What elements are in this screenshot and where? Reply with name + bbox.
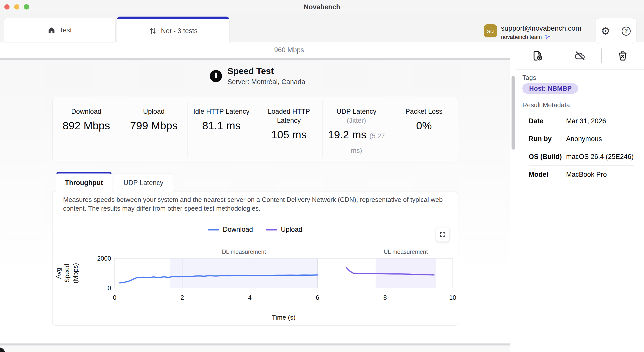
legend-upload[interactable]: Upload <box>266 226 302 233</box>
stat-loaded-http-latency: Loaded HTTP Latency 105 ms <box>255 97 323 162</box>
previous-result-value: 960 Mbps <box>274 46 304 54</box>
stat-packet-loss: Packet Loss 0% <box>390 97 458 162</box>
tab-test-label: Test <box>59 26 72 34</box>
metadata-row-model: Model MacBook Pro <box>529 166 634 184</box>
header-button-group: ⚙ ? <box>595 18 636 44</box>
account-email: support@novabench.com <box>501 24 581 32</box>
chart-legend: Download Upload <box>53 226 458 233</box>
stat-download: Download 892 Mbps <box>53 97 120 162</box>
tab-net-label: Net - 3 tests <box>161 27 198 35</box>
speedometer-icon <box>210 70 222 82</box>
tab-test[interactable]: Test <box>4 18 116 42</box>
sidebar-actions <box>516 42 644 70</box>
titlebar: Novabench <box>0 0 644 14</box>
stat-idle-http-latency: Idle HTTP Latency 81.1 ms <box>188 97 255 162</box>
previous-result-peek[interactable]: 960 Mbps <box>0 42 510 58</box>
region-label: UL measurement <box>384 249 428 255</box>
team-network-icon <box>544 34 550 40</box>
upload-line-swatch <box>266 229 277 230</box>
novabench-window: Novabench Test Net - 3 tests su support@… <box>0 0 644 352</box>
account-menu[interactable]: su support@novabench.com novabench team <box>484 24 581 40</box>
download-line-swatch <box>208 229 219 230</box>
tags-heading: Tags <box>522 74 536 82</box>
window-title: Novabench <box>0 0 644 14</box>
x-axis-label: Time (s) <box>272 314 295 321</box>
x-tick: 10 <box>449 294 456 301</box>
tab-throughput[interactable]: Throughput <box>56 172 112 192</box>
stats-summary-card: Download 892 Mbps Upload 799 Mbps Idle H… <box>52 97 458 162</box>
trash-x-icon <box>617 50 628 62</box>
metadata-row-run-by: Run by Anonymous <box>529 130 634 148</box>
arrows-up-down-icon <box>149 27 157 35</box>
account-team-label: novabench team <box>501 34 542 40</box>
svg-text:(Mbps): (Mbps) <box>72 263 79 283</box>
file-plus-icon <box>532 50 543 62</box>
svg-text:Speed: Speed <box>63 264 71 282</box>
expand-icon <box>439 231 446 238</box>
x-tick: 6 <box>316 294 319 301</box>
settings-button[interactable]: ⚙ <box>595 18 616 44</box>
y-tick: 0 <box>108 284 111 291</box>
scrollbar-thumb[interactable] <box>512 76 515 150</box>
svg-text:Avg: Avg <box>55 268 62 279</box>
tab-net-3-tests[interactable]: Net - 3 tests <box>117 17 229 43</box>
metadata-row-os-build: OS (Build) macOS 26.4 (25E246) <box>529 148 634 166</box>
throughput-chart[interactable]: DL measurementUL measurement020000246810… <box>53 243 458 326</box>
stat-udp-latency: UDP Latency (Jitter) 19.2 ms (5.27 ms) <box>323 97 390 162</box>
result-header: Speed Test Server: Montréal, Canada <box>210 66 305 86</box>
result-sidebar: Tags Host: NBMBP Result Metadata Date Ma… <box>516 42 644 352</box>
x-tick: 0 <box>113 294 116 301</box>
tag-host-badge[interactable]: Host: NBMBP <box>522 83 578 94</box>
region-label: DL measurement <box>222 249 266 255</box>
home-icon <box>48 27 55 34</box>
legend-download[interactable]: Download <box>208 226 253 233</box>
cloud-off-icon <box>574 50 586 62</box>
header: Test Net - 3 tests su support@novabench.… <box>0 14 644 42</box>
throughput-panel: Measures speeds between your system and … <box>52 192 458 326</box>
result-server: Server: Montréal, Canada <box>227 78 305 86</box>
next-result-peek <box>0 345 510 352</box>
y-tick: 2000 <box>97 255 111 262</box>
delete-result-button[interactable] <box>601 42 644 69</box>
card-divider <box>0 343 510 345</box>
x-tick: 8 <box>383 294 387 301</box>
metadata-table: Date Mar 31, 2026 Run by Anonymous OS (B… <box>529 112 634 184</box>
help-button[interactable]: ? <box>616 18 636 44</box>
card-divider <box>0 58 510 60</box>
metadata-row-date: Date Mar 31, 2026 <box>529 112 634 130</box>
throughput-description: Measures speeds between your system and … <box>63 195 448 213</box>
tab-udp-latency[interactable]: UDP Latency <box>114 173 173 192</box>
help-icon: ? <box>622 27 631 36</box>
measurement-region <box>376 258 436 288</box>
result-title: Speed Test <box>227 66 305 76</box>
x-tick: 2 <box>180 294 184 301</box>
results-scroll-area: 960 Mbps Speed Test Server: Montréal, Ca… <box>0 42 510 352</box>
stat-upload: Upload 799 Mbps <box>120 97 188 162</box>
export-result-button[interactable] <box>516 42 559 69</box>
avatar: su <box>484 24 497 37</box>
measurement-region <box>170 258 318 288</box>
gear-icon: ⚙ <box>601 26 610 36</box>
scrollbar-gutter <box>511 42 516 352</box>
cloud-sync-off-button[interactable] <box>559 42 602 69</box>
fullscreen-chart-button[interactable] <box>436 227 449 242</box>
tags-section: Tags Host: NBMBP <box>516 70 644 97</box>
y-axis-label: AvgSpeed(Mbps) <box>55 263 79 283</box>
metadata-heading: Result Metadata <box>522 101 570 109</box>
x-tick: 4 <box>248 294 252 301</box>
